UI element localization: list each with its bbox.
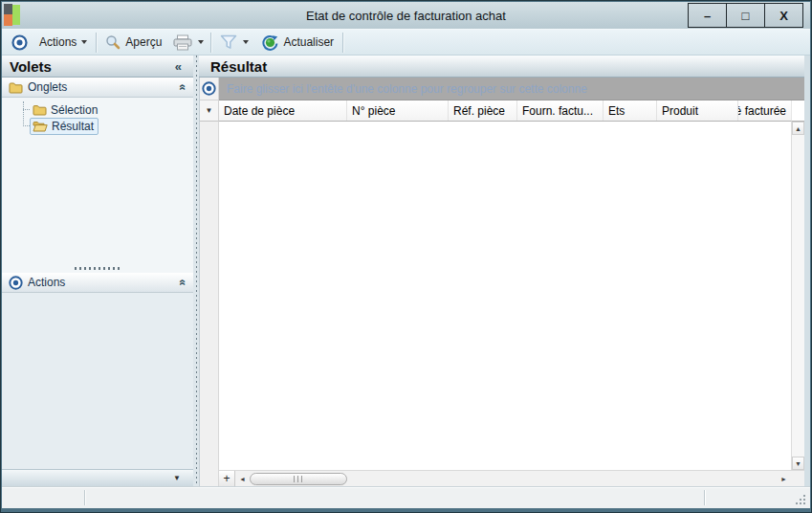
collapse-sidebar-button[interactable]: « xyxy=(171,59,186,74)
vertical-scroll-track[interactable] xyxy=(792,135,804,457)
dropdown-icon xyxy=(81,40,87,44)
sidebar-header: Volets « xyxy=(2,56,193,78)
group-actions-label: Actions xyxy=(28,276,65,289)
results-grid: ▼ Faire glisser ici l'entête d'une colon… xyxy=(199,78,804,486)
column-header-ref-piece[interactable]: Réf. pièce xyxy=(449,100,517,121)
grid-body[interactable] xyxy=(219,122,791,470)
row-indicator-icon: ▼ xyxy=(206,106,213,115)
window-title: Etat de contrôle de facturation achat xyxy=(306,9,506,23)
scroll-down-icon: ▼ xyxy=(795,460,801,467)
folder-icon xyxy=(9,81,23,94)
window: { "window": { "title": "Etat de contrôle… xyxy=(0,0,812,513)
preview-label: Aperçu xyxy=(125,35,162,49)
folder-icon xyxy=(33,104,47,116)
refresh-icon xyxy=(262,34,278,51)
window-content: Etat de contrôle de facturation achat – … xyxy=(2,2,810,508)
group-header-onglets[interactable]: Onglets « xyxy=(2,78,193,98)
titlebar: Etat de contrôle de facturation achat – … xyxy=(2,2,810,29)
scroll-down-button[interactable]: ▼ xyxy=(792,457,804,470)
group-header-actions[interactable]: Actions « xyxy=(2,273,193,293)
scroll-corner xyxy=(791,470,804,486)
main-panel: Résultat ▼ Faire glisser ici l'e xyxy=(199,56,804,486)
toolbar: Actions Aperçu xyxy=(2,29,810,56)
sidebar-title: Volets xyxy=(10,58,52,75)
main-panel-title: Résultat xyxy=(210,58,267,75)
minimize-button[interactable]: – xyxy=(688,3,727,28)
minimize-icon: – xyxy=(704,9,711,23)
maximize-button[interactable]: □ xyxy=(726,3,765,28)
print-dropdown-button[interactable] xyxy=(194,37,208,47)
column-header-qte-facturee[interactable]: Qté facturée xyxy=(738,100,791,121)
group-by-hint: Faire glisser ici l'entête d'une colonne… xyxy=(227,82,587,96)
close-icon: X xyxy=(779,9,788,23)
actions-menu-label: Actions xyxy=(39,35,77,49)
app-icon xyxy=(4,4,21,26)
sidebar-horizontal-splitter[interactable] xyxy=(2,264,193,273)
splitter-grip-dots xyxy=(75,267,121,270)
group-onglets-label: Onglets xyxy=(28,80,67,94)
toolbar-separator xyxy=(210,33,211,53)
collapse-group-icon[interactable]: « xyxy=(177,279,190,286)
actions-panel-body xyxy=(2,293,193,469)
status-bar xyxy=(2,486,810,508)
close-button[interactable]: X xyxy=(764,3,803,28)
row-indicator-cell: ▼ xyxy=(200,100,219,122)
scroll-right-icon: ► xyxy=(780,476,787,482)
column-header-fourn-factu[interactable]: Fourn. factu... xyxy=(517,100,604,121)
resize-grip[interactable] xyxy=(794,493,805,504)
scroll-left-button[interactable]: ◄ xyxy=(235,471,250,486)
actions-target-icon xyxy=(11,34,28,51)
scroll-up-button[interactable]: ▲ xyxy=(792,122,804,135)
grid-indicator-header xyxy=(200,78,219,100)
folder-open-icon xyxy=(33,121,48,132)
dropdown-icon xyxy=(243,40,249,44)
thumb-grip-icon xyxy=(294,476,304,482)
group-by-bar[interactable]: Faire glisser ici l'entête d'une colonne… xyxy=(219,78,804,100)
column-header-produit[interactable]: Produit xyxy=(657,100,738,121)
row-indicator-column xyxy=(200,122,219,486)
column-header-num-piece[interactable]: N° pièce xyxy=(347,100,449,121)
filter-funnel-icon xyxy=(220,34,237,50)
column-header-ets[interactable]: Ets xyxy=(604,100,657,121)
scroll-left-icon: ◄ xyxy=(239,476,246,482)
grid-target-icon xyxy=(202,81,216,96)
collapse-group-icon[interactable]: « xyxy=(177,84,190,91)
toolbar-separator xyxy=(342,33,343,53)
preview-button[interactable]: Aperçu xyxy=(99,32,167,53)
onglets-tree: Sélection Résultat xyxy=(2,98,193,134)
maximize-icon: □ xyxy=(742,9,750,23)
panel-drop-arrow-icon[interactable]: ▼ xyxy=(173,475,181,482)
scroll-right-button[interactable]: ► xyxy=(777,471,791,486)
sidebar-volets: Volets « Onglets « xyxy=(2,56,193,486)
tree-item-label: Sélection xyxy=(51,103,98,117)
tree-item-resultat[interactable]: Résultat xyxy=(2,118,193,134)
actions-target-icon xyxy=(9,276,23,290)
horizontal-scroll-thumb[interactable] xyxy=(250,473,347,485)
refresh-button[interactable]: Actualiser xyxy=(256,32,340,54)
grid-customize-button[interactable]: + xyxy=(219,471,235,486)
window-controls: – □ X xyxy=(689,3,803,28)
main-row: Volets « Onglets « xyxy=(2,56,810,486)
actions-menu-button[interactable]: Actions xyxy=(33,33,93,52)
status-divider xyxy=(704,490,705,505)
sidebar-bottom-bar: ▼ xyxy=(2,469,193,486)
onglets-panel: Onglets « Sélect xyxy=(2,78,193,264)
refresh-label: Actualiser xyxy=(283,35,334,49)
vertical-scrollbar[interactable]: ▲ ▼ xyxy=(791,122,804,470)
status-divider xyxy=(84,490,85,505)
scroll-corner xyxy=(791,100,804,122)
main-panel-header: Résultat xyxy=(199,56,804,78)
magnifier-icon xyxy=(105,34,121,50)
dropdown-icon xyxy=(198,40,204,44)
horizontal-scrollbar[interactable]: + ◄ ► xyxy=(219,470,791,486)
scroll-up-icon: ▲ xyxy=(795,125,801,132)
print-button[interactable] xyxy=(167,32,194,54)
filter-dropdown-button[interactable] xyxy=(239,37,252,47)
column-header-row: Date de pièce N° pièce Réf. pièce Fourn.… xyxy=(219,100,791,122)
filter-button[interactable] xyxy=(214,32,239,53)
column-header-date-piece[interactable]: Date de pièce xyxy=(219,100,347,121)
tree-item-label: Résultat xyxy=(52,120,94,133)
tree-connector-line xyxy=(23,101,24,124)
printer-icon xyxy=(173,34,192,51)
tree-item-selection[interactable]: Sélection xyxy=(2,101,193,118)
